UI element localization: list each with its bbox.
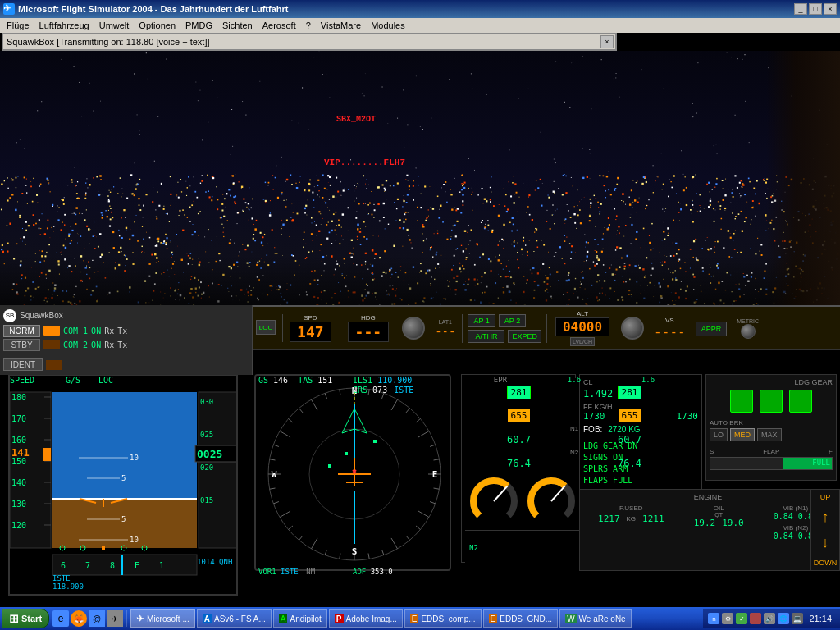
menu-sichten[interactable]: Sichten <box>217 18 258 33</box>
metric-section: METRIC <box>733 318 762 339</box>
fs-icon[interactable]: ✈ <box>107 610 123 627</box>
menu-luftfahrzeug[interactable]: Luftfahrzeug <box>34 18 94 33</box>
sq-norm-indicator <box>43 326 60 336</box>
appr-button[interactable]: APPR <box>696 322 728 336</box>
sq-norm-row: NORM COM 1 ON Rx Tx <box>3 325 249 337</box>
sq-com1-tx: Tx <box>117 326 127 336</box>
system-tray: n ⚙ ✓ ! 🔊 🌐 💻 21:14 <box>703 609 840 628</box>
menu-vistamare[interactable]: VistaMare <box>316 18 366 33</box>
tray-icon-6: 🌐 <box>778 613 789 624</box>
tray-icon-5: 🔊 <box>764 613 775 624</box>
ap-buttons: AP 1 AP 2 A/THR EXPED <box>462 314 547 343</box>
nav-display <box>254 374 451 571</box>
up-down-panel: UP ↑ ↓ DOWN <box>810 489 840 571</box>
brk-lo[interactable]: LO <box>710 428 728 441</box>
quick-launch: e 🦊 @ ✈ <box>49 610 127 627</box>
ap2-button[interactable]: AP 2 <box>499 314 526 327</box>
cityscape: SBX_M2OT VIP........FLH7 <box>0 51 840 305</box>
pfd-canvas <box>10 376 238 596</box>
loc-label: LOC <box>98 376 113 385</box>
firefox-icon[interactable]: 🦊 <box>71 610 87 627</box>
squawkbox-panel-title: SquawkBox <box>20 311 63 320</box>
loc-button[interactable]: LOC <box>256 320 276 335</box>
metric-knob[interactable] <box>741 324 756 339</box>
menu-modules[interactable]: Modules <box>366 18 410 33</box>
spd-display: 147 <box>290 322 331 342</box>
auto-brk-buttons: LO MED MAX <box>710 428 833 441</box>
appr-section: APPR <box>692 320 731 336</box>
hdg-section: HDG --- <box>341 314 396 342</box>
hdg-knob[interactable] <box>402 317 425 340</box>
menu-aerosoft[interactable]: Aerosoft <box>258 18 301 33</box>
menu-umwelt[interactable]: Umwelt <box>94 18 135 33</box>
brk-max[interactable]: MAX <box>757 428 782 441</box>
title-bar: ✈ Microsoft Flight Simulator 2004 - Das … <box>0 0 840 18</box>
ident-section: IDENT <box>0 354 253 375</box>
speed-label: SPEED <box>10 376 34 385</box>
browser-icon[interactable]: @ <box>89 610 105 627</box>
taskbar-app-fs[interactable]: ✈ Microsoft ... <box>130 609 195 628</box>
sky-labels: SBX_M2OT VIP........FLH7 <box>0 92 840 215</box>
spd-label: SPD <box>304 314 317 322</box>
taskbar-app-andi[interactable]: A Andipilot <box>273 609 327 628</box>
vs-section: VS ---- <box>651 317 689 340</box>
menu-bar: Flüge Luftfahrzeug Umwelt Optionen PMDG … <box>0 18 840 33</box>
squawkbox-logo: SB <box>3 309 16 322</box>
sq-com1-on: ON <box>91 326 101 336</box>
tray-icon-7: 💻 <box>792 613 803 624</box>
sq-com2-tx: Tx <box>117 340 127 349</box>
maximize-button[interactable]: □ <box>809 3 822 15</box>
nd-ils: ILS1 110.900 <box>353 376 412 385</box>
sq-stby-indicator <box>43 340 60 349</box>
sq-stby-row: STBY COM 2 ON Rx Tx <box>3 339 249 351</box>
up-arrow: ↑ <box>822 509 829 526</box>
gs-label: G/S <box>66 376 80 385</box>
squawkbox-title: SquawkBox [Transmitting on: 118.80 [voic… <box>3 37 600 47</box>
oil-section: OIL QT 19.2 19.0 <box>694 504 744 541</box>
nd-vor1: VOR1 ISTE NM <box>258 568 315 576</box>
taskbar-app-edds2[interactable]: E EDDS_GND... <box>483 609 559 628</box>
flap-bar: FULL <box>710 457 833 470</box>
lat-section: LAT1 --- <box>431 319 459 338</box>
taskbar-app-asv6[interactable]: A ASv6 - FS A... <box>197 609 272 628</box>
taskbar-app-edds1[interactable]: E EDDS_comp... <box>404 609 482 628</box>
window-title: ✈ Microsoft Flight Simulator 2004 - Das … <box>3 3 288 15</box>
vs-label: VS <box>665 317 674 324</box>
cockpit-pillar <box>766 51 840 305</box>
taskbar-app-ware[interactable]: W We aRe oNe <box>559 609 632 628</box>
sq-com2-rx: Rx <box>104 340 114 349</box>
exped-button[interactable]: EXPED <box>508 330 541 343</box>
ecam-n2-pct: 76.4 76.4 <box>463 458 685 469</box>
sq-norm-btn[interactable]: NORM <box>3 325 40 337</box>
ie-icon[interactable]: e <box>52 610 69 627</box>
close-button[interactable]: × <box>824 3 837 15</box>
gear-light-1 <box>730 390 753 413</box>
lat-label: LAT1 <box>439 319 452 325</box>
sq-com1-rx: Rx <box>104 326 114 336</box>
squawkbox-close[interactable]: × <box>600 35 614 48</box>
spd-section: SPD 147 <box>282 314 338 342</box>
gear-light-3 <box>789 390 812 413</box>
sq-ident-btn[interactable]: IDENT <box>3 358 43 371</box>
brk-med[interactable]: MED <box>730 428 755 441</box>
ecam-n1-row: N1 <box>463 425 685 432</box>
taskbar-app-adobe[interactable]: P Adobe Imag... <box>329 609 403 628</box>
alt-fcu-section: ALT 04000 LVL/CH <box>550 310 614 346</box>
lvlch-button[interactable]: LVL/CH <box>570 337 595 346</box>
ldg-gear-label: LDG GEAR <box>710 378 833 386</box>
sq-com2-on: ON <box>91 340 101 349</box>
menu-fluege[interactable]: Flüge <box>2 18 34 33</box>
engine-label: ENGINE <box>583 493 833 501</box>
ap1-button[interactable]: AP 1 <box>468 314 495 327</box>
tray-icon-3: ✓ <box>736 613 747 624</box>
menu-optionen[interactable]: Optionen <box>134 18 180 33</box>
nd-adf: ADF 353.0 <box>353 568 393 576</box>
menu-question[interactable]: ? <box>301 18 316 33</box>
sq-com2-label: COM 2 <box>63 340 88 349</box>
minimize-button[interactable]: _ <box>794 3 807 15</box>
sq-stby-btn[interactable]: STBY <box>3 339 40 351</box>
start-button[interactable]: ⊞ Start <box>2 609 49 628</box>
athr-button[interactable]: A/THR <box>468 330 504 343</box>
menu-pmdg[interactable]: PMDG <box>180 18 217 33</box>
alt-knob[interactable] <box>621 317 644 340</box>
